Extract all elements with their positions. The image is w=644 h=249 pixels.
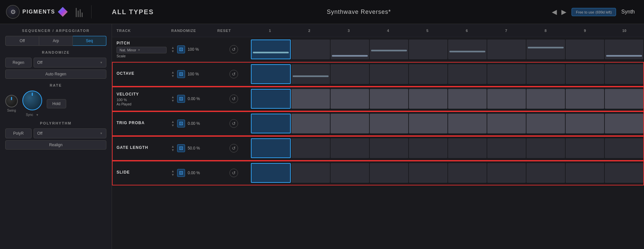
step-cell[interactable] <box>331 163 369 183</box>
step-cell[interactable] <box>331 114 369 133</box>
step-cell[interactable] <box>409 89 447 109</box>
step-cell[interactable] <box>526 89 565 109</box>
swing-knob[interactable] <box>5 95 18 107</box>
step-cell[interactable] <box>526 114 565 133</box>
preset-name[interactable]: Synthwave Reverses* <box>171 9 547 15</box>
step-cell[interactable] <box>448 163 487 183</box>
step-cell[interactable] <box>566 40 604 59</box>
trig-proba-arrows-icon[interactable]: ▲▼ <box>171 120 174 127</box>
step-cell[interactable] <box>331 89 369 109</box>
step-cell[interactable] <box>487 64 526 84</box>
step-cell[interactable] <box>566 89 604 109</box>
step-cell[interactable] <box>526 163 565 183</box>
trig-proba-reset-button[interactable]: ↺ <box>229 119 238 128</box>
hold-button[interactable]: Hold <box>47 99 66 108</box>
step-cell[interactable] <box>566 114 604 133</box>
gate-length-dice-button[interactable]: ⚄ <box>177 144 185 152</box>
step-cell[interactable] <box>605 163 643 183</box>
seq-button[interactable]: Seq <box>73 36 106 46</box>
step-cell[interactable] <box>566 163 604 183</box>
step-cell[interactable] <box>370 64 408 84</box>
step-cell[interactable] <box>291 114 330 133</box>
step-cell[interactable] <box>251 64 291 84</box>
step-cell[interactable] <box>251 163 291 183</box>
step-cell[interactable] <box>448 138 487 158</box>
step-cell[interactable] <box>605 114 643 133</box>
step-cell[interactable] <box>487 89 526 109</box>
step-cell[interactable] <box>251 40 291 59</box>
step-cell[interactable] <box>370 163 408 183</box>
step-cell[interactable] <box>409 163 447 183</box>
pitch-dice-button[interactable]: ⚄ <box>177 45 185 53</box>
step-cell[interactable] <box>487 138 526 158</box>
step-cell[interactable] <box>487 114 526 133</box>
octave-arrows-icon[interactable]: ▲▼ <box>171 70 174 78</box>
realign-button[interactable]: Realign <box>5 140 106 150</box>
step-cell[interactable] <box>605 89 643 109</box>
velocity-reset-button[interactable]: ↺ <box>229 95 238 103</box>
step-cell[interactable] <box>448 114 487 133</box>
step-cell[interactable] <box>448 89 487 109</box>
step-cell[interactable] <box>605 64 643 84</box>
next-preset-button[interactable]: ▶ <box>561 8 566 16</box>
step-cell[interactable] <box>331 64 369 84</box>
prev-preset-button[interactable]: ◀ <box>552 8 557 16</box>
pitch-reset-button[interactable]: ↺ <box>229 45 238 54</box>
step-cell[interactable] <box>526 138 565 158</box>
all-types-label[interactable]: ALL TYPES <box>100 8 166 16</box>
scale-button[interactable]: Nat. Minor ▼ <box>117 47 167 53</box>
step-cell[interactable] <box>251 114 291 133</box>
step-cell[interactable] <box>448 40 487 59</box>
step-cell[interactable] <box>370 138 408 158</box>
rate-controls: Swing Sync ▼ Hold <box>5 91 106 117</box>
step-cell[interactable] <box>448 64 487 84</box>
velocity-dice-button[interactable]: ⚄ <box>177 95 185 103</box>
step-cell[interactable] <box>291 40 330 59</box>
poly-r-button[interactable]: PolyR <box>5 128 32 138</box>
step-cell[interactable] <box>526 40 565 59</box>
level-meter <box>76 7 83 17</box>
octave-dice-button[interactable]: ⚄ <box>177 70 185 78</box>
step-cell[interactable] <box>370 114 408 133</box>
auto-regen-button[interactable]: Auto Regen <box>5 69 106 79</box>
main-area: SEQUENCER / ARPEGGIATOR Off Arp Seq RAND… <box>0 24 644 249</box>
step-cell[interactable] <box>605 138 643 158</box>
step-cell[interactable] <box>566 138 604 158</box>
step-cell[interactable] <box>409 40 447 59</box>
velocity-arrows-icon[interactable]: ▲▼ <box>171 95 174 102</box>
pitch-arrows-icon[interactable]: ▲▼ <box>171 46 174 53</box>
step-cell[interactable] <box>566 64 604 84</box>
poly-off-dropdown[interactable]: Off ▼ <box>34 128 106 138</box>
step-cell[interactable] <box>291 89 330 109</box>
step-cell[interactable] <box>291 163 330 183</box>
step-cell[interactable] <box>409 138 447 158</box>
octave-reset-button[interactable]: ↺ <box>229 70 238 78</box>
step-cell[interactable] <box>409 64 447 84</box>
step-cell[interactable] <box>331 40 369 59</box>
gate-length-arrows-icon[interactable]: ▲▼ <box>171 145 174 152</box>
step-cell[interactable] <box>487 163 526 183</box>
step-cell[interactable] <box>487 40 526 59</box>
step-cell[interactable] <box>291 64 330 84</box>
sync-knob-container: Sync ▼ <box>22 91 42 117</box>
regen-off-dropdown[interactable]: Off ▼ <box>34 58 106 68</box>
slide-arrows-icon[interactable]: ▲▼ <box>171 169 174 177</box>
trig-proba-dice-button[interactable]: ⚄ <box>177 120 185 127</box>
step-cell[interactable] <box>370 89 408 109</box>
step-cell[interactable] <box>605 40 643 59</box>
step-cell[interactable] <box>409 114 447 133</box>
gate-length-reset-button[interactable]: ↺ <box>229 144 238 152</box>
sync-knob[interactable] <box>22 91 42 110</box>
slide-dice-button[interactable]: ⚄ <box>177 169 185 177</box>
step-cell[interactable] <box>251 89 291 109</box>
step-cell[interactable] <box>526 64 565 84</box>
column-headers: TRACK RANDOMIZE RESET 1 2 3 4 5 6 7 8 9 … <box>112 24 644 37</box>
regen-button[interactable]: Regen <box>5 58 32 68</box>
arp-button[interactable]: Arp <box>39 36 73 46</box>
off-button[interactable]: Off <box>5 36 39 46</box>
step-cell[interactable] <box>370 40 408 59</box>
step-cell[interactable] <box>291 138 330 158</box>
step-cell[interactable] <box>251 138 291 158</box>
step-cell[interactable] <box>331 138 369 158</box>
slide-reset-button[interactable]: ↺ <box>229 169 238 177</box>
